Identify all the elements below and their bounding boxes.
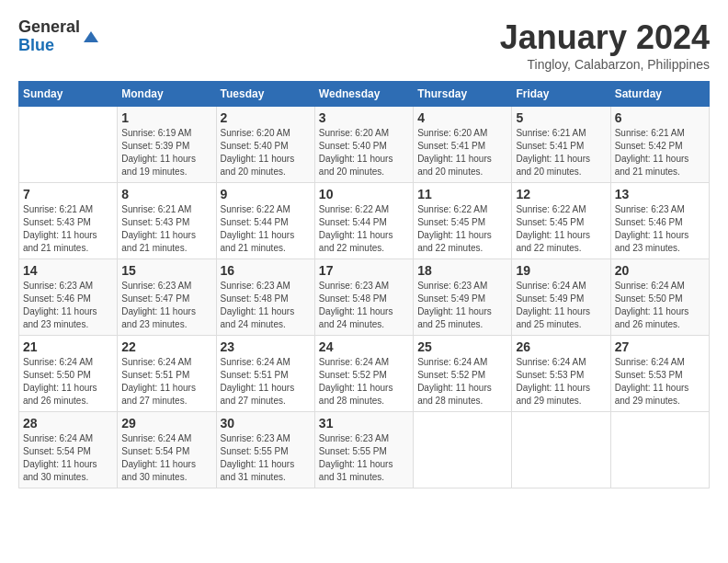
day-detail: Sunrise: 6:22 AMSunset: 5:44 PMDaylight:…: [319, 203, 409, 255]
calendar-cell: [414, 412, 512, 488]
calendar-cell: 26Sunrise: 6:24 AMSunset: 5:53 PMDayligh…: [512, 336, 610, 412]
day-number: 15: [121, 263, 211, 278]
logo-icon: [82, 28, 100, 46]
calendar-cell: 28Sunrise: 6:24 AMSunset: 5:54 PMDayligh…: [19, 412, 118, 488]
calendar-cell: 17Sunrise: 6:23 AMSunset: 5:48 PMDayligh…: [314, 259, 413, 336]
calendar-cell: [19, 107, 118, 183]
day-number: 9: [221, 187, 311, 201]
day-detail: Sunrise: 6:20 AMSunset: 5:40 PMDaylight:…: [221, 127, 311, 178]
day-detail: Sunrise: 6:24 AMSunset: 5:51 PMDaylight:…: [121, 356, 211, 408]
calendar-cell: 15Sunrise: 6:23 AMSunset: 5:47 PMDayligh…: [118, 259, 216, 336]
title-block: January 2024 Tingloy, Calabarzon, Philip…: [500, 18, 710, 72]
day-detail: Sunrise: 6:23 AMSunset: 5:55 PMDaylight:…: [319, 432, 409, 484]
day-detail: Sunrise: 6:24 AMSunset: 5:52 PMDaylight:…: [417, 356, 507, 408]
svg-marker-0: [84, 31, 98, 42]
day-detail: Sunrise: 6:21 AMSunset: 5:42 PMDaylight:…: [615, 127, 705, 178]
calendar-cell: 23Sunrise: 6:24 AMSunset: 5:51 PMDayligh…: [216, 336, 314, 412]
calendar-cell: 3Sunrise: 6:20 AMSunset: 5:40 PMDaylight…: [314, 107, 413, 183]
calendar-cell: 8Sunrise: 6:21 AMSunset: 5:43 PMDaylight…: [118, 183, 216, 259]
day-header-sunday: Sunday: [19, 82, 118, 107]
day-number: 22: [121, 339, 211, 354]
day-number: 10: [319, 187, 409, 201]
calendar-cell: 25Sunrise: 6:24 AMSunset: 5:52 PMDayligh…: [414, 336, 512, 412]
day-detail: Sunrise: 6:24 AMSunset: 5:53 PMDaylight:…: [516, 356, 606, 408]
day-number: 6: [615, 110, 705, 125]
calendar-cell: 20Sunrise: 6:24 AMSunset: 5:50 PMDayligh…: [610, 259, 709, 336]
day-number: 11: [417, 187, 507, 201]
calendar-cell: 12Sunrise: 6:22 AMSunset: 5:45 PMDayligh…: [512, 183, 610, 259]
day-detail: Sunrise: 6:24 AMSunset: 5:54 PMDaylight:…: [121, 432, 211, 484]
day-detail: Sunrise: 6:24 AMSunset: 5:51 PMDaylight:…: [221, 356, 311, 408]
day-detail: Sunrise: 6:23 AMSunset: 5:48 PMDaylight:…: [221, 280, 311, 331]
day-detail: Sunrise: 6:24 AMSunset: 5:53 PMDaylight:…: [615, 356, 705, 408]
day-number: 2: [221, 110, 311, 125]
calendar-cell: 2Sunrise: 6:20 AMSunset: 5:40 PMDaylight…: [216, 107, 314, 183]
day-number: 23: [221, 339, 311, 354]
calendar-cell: 6Sunrise: 6:21 AMSunset: 5:42 PMDaylight…: [610, 107, 709, 183]
calendar-cell: 30Sunrise: 6:23 AMSunset: 5:55 PMDayligh…: [216, 412, 314, 488]
day-header-wednesday: Wednesday: [314, 82, 413, 107]
day-detail: Sunrise: 6:21 AMSunset: 5:41 PMDaylight:…: [516, 127, 606, 178]
day-number: 3: [319, 110, 409, 125]
calendar-cell: 22Sunrise: 6:24 AMSunset: 5:51 PMDayligh…: [118, 336, 216, 412]
calendar-cell: 16Sunrise: 6:23 AMSunset: 5:48 PMDayligh…: [216, 259, 314, 336]
day-number: 28: [23, 416, 113, 431]
calendar-cell: 9Sunrise: 6:22 AMSunset: 5:44 PMDaylight…: [216, 183, 314, 259]
day-number: 30: [221, 416, 311, 431]
day-detail: Sunrise: 6:24 AMSunset: 5:50 PMDaylight:…: [23, 356, 113, 408]
day-number: 13: [615, 187, 705, 201]
day-detail: Sunrise: 6:23 AMSunset: 5:46 PMDaylight:…: [615, 203, 705, 255]
location-subtitle: Tingloy, Calabarzon, Philippines: [500, 57, 710, 72]
day-number: 27: [615, 339, 705, 354]
calendar-cell: 24Sunrise: 6:24 AMSunset: 5:52 PMDayligh…: [314, 336, 413, 412]
logo-general-text: General: [18, 18, 80, 37]
day-detail: Sunrise: 6:20 AMSunset: 5:40 PMDaylight:…: [319, 127, 409, 178]
day-number: 21: [23, 339, 113, 354]
day-detail: Sunrise: 6:24 AMSunset: 5:50 PMDaylight:…: [615, 280, 705, 331]
day-number: 7: [23, 187, 113, 201]
calendar-body: 1Sunrise: 6:19 AMSunset: 5:39 PMDaylight…: [19, 107, 710, 488]
calendar-cell: 5Sunrise: 6:21 AMSunset: 5:41 PMDaylight…: [512, 107, 610, 183]
day-detail: Sunrise: 6:22 AMSunset: 5:45 PMDaylight:…: [516, 203, 606, 255]
day-number: 31: [319, 416, 409, 431]
calendar-cell: 1Sunrise: 6:19 AMSunset: 5:39 PMDaylight…: [118, 107, 216, 183]
month-title: January 2024: [500, 18, 710, 57]
day-detail: Sunrise: 6:23 AMSunset: 5:49 PMDaylight:…: [417, 280, 507, 331]
calendar-week-row: 1Sunrise: 6:19 AMSunset: 5:39 PMDaylight…: [19, 107, 710, 183]
day-number: 12: [516, 187, 606, 201]
day-detail: Sunrise: 6:23 AMSunset: 5:48 PMDaylight:…: [319, 280, 409, 331]
calendar-cell: 19Sunrise: 6:24 AMSunset: 5:49 PMDayligh…: [512, 259, 610, 336]
calendar-week-row: 21Sunrise: 6:24 AMSunset: 5:50 PMDayligh…: [19, 336, 710, 412]
day-number: 14: [23, 263, 113, 278]
calendar-cell: 10Sunrise: 6:22 AMSunset: 5:44 PMDayligh…: [314, 183, 413, 259]
day-detail: Sunrise: 6:19 AMSunset: 5:39 PMDaylight:…: [121, 127, 211, 178]
calendar-cell: 14Sunrise: 6:23 AMSunset: 5:46 PMDayligh…: [19, 259, 118, 336]
day-detail: Sunrise: 6:24 AMSunset: 5:52 PMDaylight:…: [319, 356, 409, 408]
day-detail: Sunrise: 6:21 AMSunset: 5:43 PMDaylight:…: [121, 203, 211, 255]
day-detail: Sunrise: 6:23 AMSunset: 5:55 PMDaylight:…: [221, 432, 311, 484]
calendar-table: SundayMondayTuesdayWednesdayThursdayFrid…: [18, 81, 710, 488]
day-number: 17: [319, 263, 409, 278]
logo: General Blue: [18, 18, 100, 55]
day-detail: Sunrise: 6:22 AMSunset: 5:44 PMDaylight:…: [221, 203, 311, 255]
calendar-cell: 13Sunrise: 6:23 AMSunset: 5:46 PMDayligh…: [610, 183, 709, 259]
calendar-cell: 31Sunrise: 6:23 AMSunset: 5:55 PMDayligh…: [314, 412, 413, 488]
calendar-week-row: 14Sunrise: 6:23 AMSunset: 5:46 PMDayligh…: [19, 259, 710, 336]
day-number: 26: [516, 339, 606, 354]
day-number: 18: [417, 263, 507, 278]
calendar-cell: 4Sunrise: 6:20 AMSunset: 5:41 PMDaylight…: [414, 107, 512, 183]
calendar-cell: 27Sunrise: 6:24 AMSunset: 5:53 PMDayligh…: [610, 336, 709, 412]
page-header: General Blue January 2024 Tingloy, Calab…: [18, 18, 710, 72]
day-number: 20: [615, 263, 705, 278]
day-header-tuesday: Tuesday: [216, 82, 314, 107]
day-header-friday: Friday: [512, 82, 610, 107]
day-header-saturday: Saturday: [610, 82, 709, 107]
day-number: 19: [516, 263, 606, 278]
day-detail: Sunrise: 6:20 AMSunset: 5:41 PMDaylight:…: [417, 127, 507, 178]
day-number: 5: [516, 110, 606, 125]
days-of-week-row: SundayMondayTuesdayWednesdayThursdayFrid…: [19, 82, 710, 107]
calendar-header: SundayMondayTuesdayWednesdayThursdayFrid…: [19, 82, 710, 107]
day-detail: Sunrise: 6:22 AMSunset: 5:45 PMDaylight:…: [417, 203, 507, 255]
calendar-cell: [610, 412, 709, 488]
day-number: 25: [417, 339, 507, 354]
